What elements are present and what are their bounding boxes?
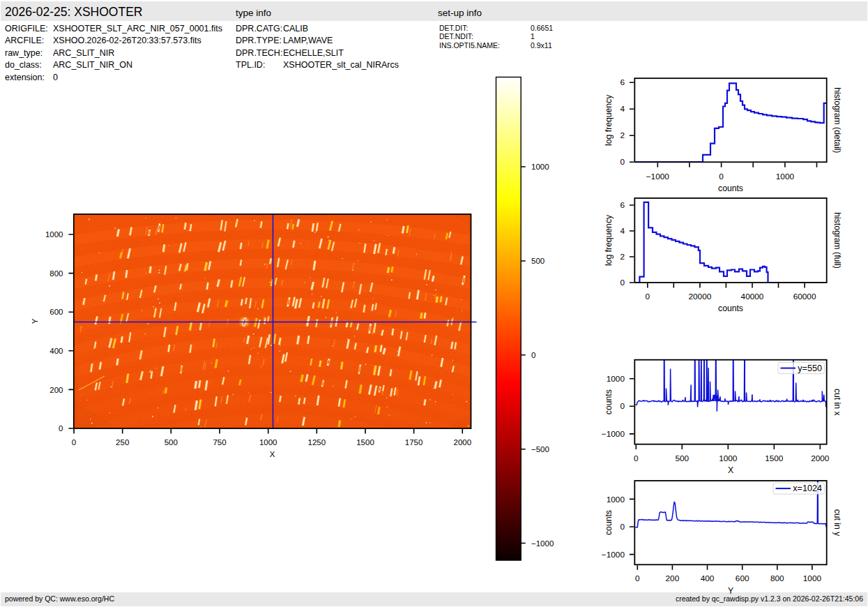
svg-text:400: 400 [701,574,715,583]
svg-text:0.6651: 0.6651 [531,24,553,32]
svg-text:1000: 1000 [531,163,549,171]
svg-text:counts: counts [604,389,614,414]
svg-text:0: 0 [531,351,535,359]
svg-text:powered by QC: www.eso.org/HC: powered by QC: www.eso.org/HC [5,594,114,603]
svg-text:counts: counts [604,510,614,535]
svg-text:0: 0 [620,522,625,532]
svg-text:y=550: y=550 [798,364,822,373]
svg-text:750: 750 [213,438,226,447]
svg-text:1000: 1000 [607,374,625,384]
svg-text:1000: 1000 [607,495,625,504]
svg-text:0: 0 [72,438,76,447]
svg-text:XSHOO.2026-02-26T20:33:57.573.: XSHOO.2026-02-26T20:33:57.573.fits [53,36,201,45]
svg-text:40000: 40000 [741,292,764,301]
svg-text:800: 800 [50,269,63,278]
svg-text:DPR.CATG:: DPR.CATG: [236,24,282,33]
svg-text:TPL.ID:: TPL.ID: [236,60,265,70]
svg-text:type info: type info [236,8,271,18]
svg-text:1000: 1000 [259,438,277,447]
svg-text:600: 600 [736,574,749,583]
svg-text:−1000: −1000 [646,172,670,181]
svg-text:LAMP,WAVE: LAMP,WAVE [283,36,333,45]
svg-text:250: 250 [116,438,129,447]
svg-text:2000: 2000 [454,438,472,447]
svg-text:1250: 1250 [308,438,326,447]
svg-text:2: 2 [620,252,625,262]
svg-text:DET.NDIT:: DET.NDIT: [439,32,473,40]
svg-text:Y: Y [31,318,39,324]
svg-text:0: 0 [59,424,63,433]
svg-text:0.9x11: 0.9x11 [531,41,552,50]
svg-text:2000: 2000 [811,454,830,463]
svg-text:log frequency: log frequency [604,94,614,146]
svg-text:1000: 1000 [803,574,822,583]
svg-text:histogram (full): histogram (full) [832,212,842,269]
svg-text:XSHOOTER_slt_cal_NIRArcs: XSHOOTER_slt_cal_NIRArcs [283,60,399,70]
svg-text:set-up info: set-up info [438,8,482,18]
svg-text:CALIB: CALIB [283,24,308,33]
svg-text:200: 200 [50,386,63,394]
svg-text:0: 0 [634,454,639,463]
svg-text:ARCFILE:: ARCFILE: [5,36,44,45]
svg-text:DPR.TECH:: DPR.TECH: [236,48,282,58]
svg-text:500: 500 [165,438,178,447]
svg-text:1750: 1750 [405,438,423,447]
svg-text:X: X [270,450,275,458]
svg-text:0: 0 [53,73,58,82]
svg-text:−500: −500 [531,445,549,454]
svg-text:2026-02-25: XSHOOTER: 2026-02-25: XSHOOTER [5,5,142,19]
svg-text:1000: 1000 [719,454,738,463]
svg-text:1000: 1000 [776,172,795,181]
svg-text:extension:: extension: [5,73,45,82]
svg-text:counts: counts [718,183,743,193]
svg-text:cut in y: cut in y [832,509,842,537]
svg-text:cut in x: cut in x [832,389,842,416]
svg-text:4: 4 [620,226,625,236]
svg-text:200: 200 [666,574,680,583]
svg-text:1500: 1500 [356,438,374,447]
svg-text:ARC_SLIT_NIR_ON: ARC_SLIT_NIR_ON [53,60,132,70]
svg-text:0: 0 [635,574,640,583]
svg-text:raw_type:: raw_type: [5,48,43,58]
svg-text:0: 0 [620,401,625,411]
svg-text:do_class:: do_class: [5,60,42,70]
svg-text:0: 0 [620,157,625,167]
svg-text:6: 6 [620,77,625,87]
svg-text:0: 0 [719,172,724,181]
svg-text:INS.OPTI5.NAME:: INS.OPTI5.NAME: [439,41,500,50]
svg-text:1: 1 [531,32,535,40]
svg-text:1500: 1500 [765,454,784,463]
svg-text:Y: Y [728,586,733,596]
svg-text:800: 800 [770,574,784,583]
svg-text:6: 6 [620,200,625,210]
svg-text:−1000: −1000 [602,429,625,439]
svg-text:ORIGFILE:: ORIGFILE: [5,24,48,33]
svg-text:DET.DIT:: DET.DIT: [439,24,468,32]
svg-text:0: 0 [646,292,650,301]
svg-text:60000: 60000 [793,292,816,301]
svg-text:histogram (detail): histogram (detail) [832,87,842,153]
svg-text:400: 400 [50,347,63,355]
svg-text:500: 500 [675,454,689,463]
svg-text:log frequency: log frequency [604,214,614,266]
svg-text:2: 2 [620,130,625,140]
svg-text:ARC_SLIT_NIR: ARC_SLIT_NIR [53,48,114,58]
svg-text:DPR.TYPE:: DPR.TYPE: [236,36,282,45]
svg-text:20000: 20000 [688,292,711,301]
svg-text:x=1024: x=1024 [793,484,822,493]
svg-text:−1000: −1000 [531,539,554,548]
svg-text:500: 500 [531,257,545,265]
svg-text:600: 600 [50,308,63,316]
svg-text:1000: 1000 [45,230,63,239]
svg-text:0: 0 [620,278,625,287]
svg-text:4: 4 [620,104,625,114]
svg-text:X: X [728,465,733,475]
svg-text:ECHELLE,SLIT: ECHELLE,SLIT [283,48,344,58]
svg-text:XSHOOTER_SLT_ARC_NIR_057_0001.: XSHOOTER_SLT_ARC_NIR_057_0001.fits [53,24,222,33]
svg-text:counts: counts [718,304,743,313]
svg-text:−1000: −1000 [602,550,625,560]
svg-text:created by qc_rawdisp.py v1.2.: created by qc_rawdisp.py v1.2.3 on 2026-… [676,594,863,603]
